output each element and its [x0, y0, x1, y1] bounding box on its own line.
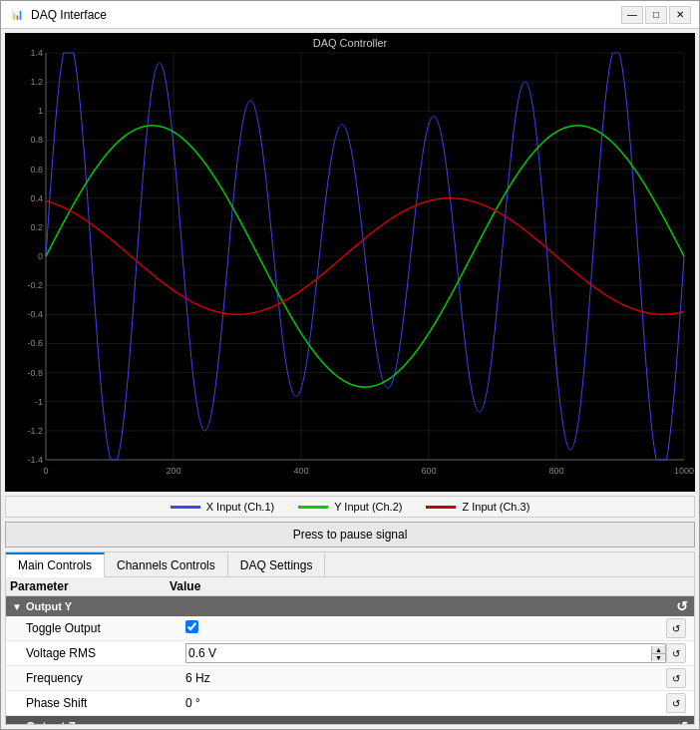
param-reset-frequency[interactable]: ↺ [666, 668, 686, 688]
spin-down-voltage[interactable]: ▼ [652, 654, 665, 661]
group-arrow-y-top: ▼ [12, 601, 22, 612]
chart-title: DAQ Controller [5, 33, 695, 51]
group-header-output-y-top[interactable]: ▼ Output Y ↺ [6, 596, 694, 616]
legend: X Input (Ch.1) Y Input (Ch.2) Z Input (C… [5, 496, 695, 518]
param-label-toggle-output: Toggle Output [26, 621, 185, 635]
col-parameter: Parameter [10, 579, 170, 593]
group-header-output-z[interactable]: ▼ Output Z ↺ [6, 716, 694, 724]
param-value-frequency: 6 Hz [185, 671, 666, 685]
pause-button[interactable]: Press to pause signal [5, 522, 695, 548]
legend-label-z: Z Input (Ch.3) [462, 501, 529, 513]
chart-canvas [6, 33, 694, 488]
param-label-frequency: Frequency [26, 671, 185, 685]
param-value-toggle-output [185, 620, 666, 636]
group-label-y-top: Output Y [26, 600, 72, 612]
tab-channels-controls[interactable]: Channels Controls [105, 552, 228, 576]
legend-line-x [171, 506, 200, 509]
param-row-toggle-output: Toggle Output ↺ [6, 616, 694, 641]
spin-buttons-voltage: ▲ ▼ [651, 646, 665, 661]
legend-item-z: Z Input (Ch.3) [426, 501, 529, 513]
param-reset-phase-shift[interactable]: ↺ [666, 693, 686, 713]
group-reset-z[interactable]: ↺ [676, 719, 688, 724]
app-icon: 📊 [9, 7, 25, 23]
param-reset-toggle-output[interactable]: ↺ [666, 618, 686, 638]
param-label-voltage-rms: Voltage RMS [26, 646, 185, 660]
voltage-rms-input[interactable] [186, 644, 651, 662]
legend-line-y [298, 506, 328, 509]
tab-main-controls[interactable]: Main Controls [6, 552, 105, 577]
table-header: Parameter Value [6, 577, 694, 596]
tabs-container: Main Controls Channels Controls DAQ Sett… [5, 551, 695, 725]
table-body: ▼ Output Y ↺ Toggle Output ↺ Vo [6, 596, 694, 724]
tab-daq-settings[interactable]: DAQ Settings [228, 552, 326, 576]
param-value-phase-shift: 0 ° [185, 696, 666, 710]
voltage-rms-spinbox[interactable]: ▲ ▼ [185, 643, 666, 663]
content-area: DAQ Controller X Input (Ch.1) Y Input (C… [1, 29, 699, 729]
legend-item-x: X Input (Ch.1) [171, 501, 274, 513]
param-value-voltage-rms: ▲ ▼ [185, 643, 666, 663]
legend-line-z [426, 506, 456, 509]
window-controls: — □ ✕ [621, 6, 691, 24]
tabs-header: Main Controls Channels Controls DAQ Sett… [6, 552, 694, 577]
legend-label-x: X Input (Ch.1) [206, 501, 274, 513]
toggle-output-checkbox[interactable] [185, 620, 198, 633]
chart-container: DAQ Controller [5, 33, 695, 492]
window-title: DAQ Interface [31, 8, 621, 22]
close-button[interactable]: ✕ [669, 6, 691, 24]
param-label-phase-shift: Phase Shift [26, 696, 185, 710]
tab-content: Parameter Value ▼ Output Y ↺ Toggle Outp… [6, 577, 694, 724]
param-row-frequency: Frequency 6 Hz ↺ [6, 666, 694, 691]
legend-item-y: Y Input (Ch.2) [298, 501, 402, 513]
minimize-button[interactable]: — [621, 6, 643, 24]
group-arrow-z: ▼ [12, 722, 22, 725]
col-value: Value [170, 579, 670, 593]
spin-up-voltage[interactable]: ▲ [652, 646, 665, 654]
param-row-voltage-rms: Voltage RMS ▲ ▼ ↺ [6, 641, 694, 666]
group-reset-y-top[interactable]: ↺ [676, 598, 688, 614]
main-window: 📊 DAQ Interface — □ ✕ DAQ Controller X I… [0, 0, 700, 730]
col-reset-header [670, 579, 690, 593]
maximize-button[interactable]: □ [645, 6, 667, 24]
legend-label-y: Y Input (Ch.2) [334, 501, 402, 513]
group-label-z: Output Z [26, 720, 76, 724]
param-reset-voltage-rms[interactable]: ↺ [666, 643, 686, 663]
param-row-phase-shift: Phase Shift 0 ° ↺ [6, 691, 694, 716]
title-bar: 📊 DAQ Interface — □ ✕ [1, 1, 699, 29]
